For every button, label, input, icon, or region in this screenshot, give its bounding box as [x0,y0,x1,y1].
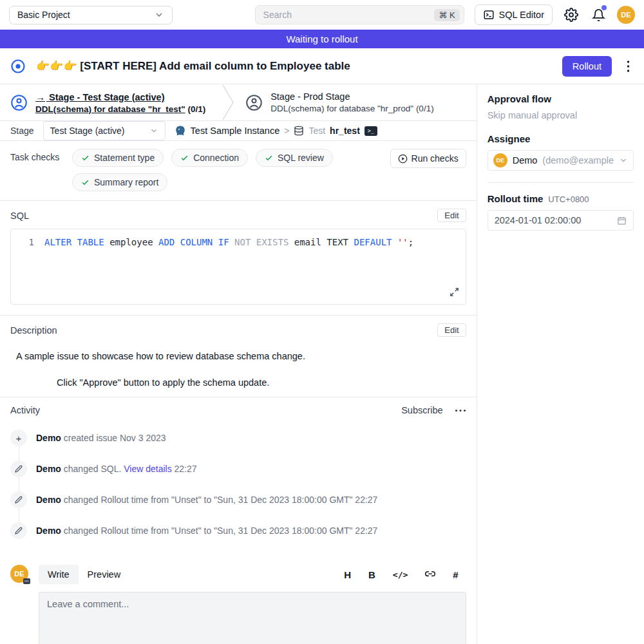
issue-menu-button[interactable] [622,59,634,73]
settings-button[interactable] [563,6,580,23]
chevron-down-icon [619,156,628,165]
environment-label: Test [308,126,325,136]
description-line1: A sample issue to showcase how to review… [16,351,466,361]
stage-prod-line1: Stage - Prod Stage [270,91,433,102]
sql-editor-button[interactable]: SQL Editor [475,5,553,25]
right-sidebar: Approval flow Skip manual approval Assig… [477,84,644,644]
avatar-initials: DE [621,11,630,19]
activity-connector [19,446,19,460]
assignee-name: Demo [513,155,538,166]
approval-flow-label: Approval flow [488,93,634,104]
instance-link[interactable]: Test Sample Instance [191,126,280,136]
project-selector[interactable]: Basic Project [9,6,173,24]
rollout-time-value: 2024-01-01 02:00:00 [495,215,582,225]
assignee-select[interactable]: DE Demo (demo@example [488,150,634,171]
activity-label: Activity [10,405,40,415]
view-details-link[interactable]: View details [124,464,171,474]
check-icon [180,154,189,162]
rollout-button[interactable]: Rollout [562,56,612,77]
comment-composer: DE ••• Write Preview H B </> [10,565,466,644]
stage-person-icon-active [10,94,28,111]
check-icon [81,178,90,187]
stage-label: Stage [10,126,34,136]
description-line2: Click "Approve" button to apply the sche… [57,377,466,388]
tab-write[interactable]: Write [39,565,79,584]
plus-icon: + [10,430,27,446]
sql-section: SQL Edit 1 ALTER TABLE employee ADD COLU… [0,201,477,315]
activity-item: + Demo created issue Nov 3 2023 [10,430,466,446]
stage-prod-progress: (0/1) [416,104,434,113]
comment-avatar: DE ••• [10,565,28,583]
description-label: Description [10,325,57,336]
pencil-icon [10,460,27,477]
check-sql-review[interactable]: SQL review [256,149,333,167]
open-sql-editor-icon[interactable]: >_ [365,126,377,136]
database-icon [294,126,304,136]
fullscreen-button[interactable] [450,287,459,299]
search-placeholder: Search [263,10,430,20]
stage-test-progress: (0/1) [187,104,205,114]
gear-icon [564,8,578,22]
task-checks-label: Task checks [10,149,72,191]
kebab-vertical-icon [627,60,630,73]
breadcrumb-separator: > [284,126,289,136]
sql-edit-button[interactable]: Edit [437,209,466,222]
task-check-pills: Statement type Connection SQL review Sum… [72,149,390,191]
composer-toolbar: Write Preview H B </> # [39,565,466,584]
heading-format-button[interactable]: H [344,569,351,580]
chevron-down-icon [149,126,158,135]
app-window: Basic Project Search ⌘ K SQL Editor DE W… [0,0,644,644]
activity-item: Demo changed SQL. View details 22:27 [10,460,466,477]
check-connection[interactable]: Connection [171,149,248,167]
issue-title-bar: 👉👉👉 [START HERE] Add email column to Emp… [0,48,644,84]
description-section: Description Edit A sample issue to showc… [0,315,477,397]
activity-item: Demo changed Rollout time from "Unset" t… [10,522,466,539]
approval-flow-value: Skip manual approval [488,110,634,120]
activity-connector [19,508,19,522]
rollout-time-input[interactable]: 2024-01-01 02:00:00 [488,210,634,231]
tab-preview[interactable]: Preview [79,565,130,584]
stage-separator [221,84,235,120]
issue-open-icon [10,59,26,74]
hash-format-button[interactable]: # [453,569,458,580]
activity-menu-button[interactable] [455,409,466,412]
task-checks-section: Task checks Statement type Connection SQ… [0,141,477,201]
stage-prod-line2: DDL(schema) for database "hr_prod" (0/1) [270,104,433,113]
notification-dot [601,5,607,10]
link-icon [425,569,435,579]
sql-code-line: 1 ALTER TABLE employee ADD COLUMN IF NOT… [11,229,466,247]
stage-person-icon-idle [245,94,263,111]
stage-select[interactable]: Test Stage (active) [43,121,166,140]
check-summary-report[interactable]: Summary report [72,173,167,191]
rollout-time-label: Rollout time [488,193,544,204]
assignee-label: Assignee [488,133,634,144]
code-format-button[interactable]: </> [393,570,408,580]
database-link[interactable]: hr_test [330,126,360,136]
user-avatar[interactable]: DE [617,6,635,24]
description-edit-button[interactable]: Edit [437,323,466,337]
expand-icon [450,287,459,297]
sql-label: SQL [10,211,29,221]
subscribe-button[interactable]: Subscribe [401,405,442,415]
notifications-button[interactable] [590,6,607,23]
postgres-icon [175,125,186,137]
stage-card-prod[interactable]: Stage - Prod Stage DDL(schema) for datab… [235,84,444,120]
stage-test-line1: → Stage - Test Stage (active) [35,91,205,102]
activity-connector [19,477,19,491]
search-input[interactable]: Search ⌘ K [255,5,464,24]
terminal-icon [483,9,495,21]
sql-editor[interactable]: 1 ALTER TABLE employee ADD COLUMN IF NOT… [10,229,466,305]
bold-format-button[interactable]: B [368,569,375,580]
activity-item: Demo changed Rollout time from "Unset" t… [10,491,466,508]
link-format-button[interactable] [425,569,435,581]
check-statement-type[interactable]: Statement type [72,149,164,167]
run-checks-button[interactable]: Run checks [390,149,466,168]
line-number: 1 [11,237,34,247]
comment-input[interactable] [39,592,466,644]
stage-select-value: Test Stage (active) [50,126,125,136]
check-icon [265,154,273,162]
stage-card-test[interactable]: → Stage - Test Stage (active) DDL(schema… [0,84,216,120]
project-selector-value: Basic Project [17,10,70,20]
kebab-horizontal-icon [455,409,466,412]
stage-select-row: Stage Test Stage (active) Test Sample In… [0,121,477,141]
